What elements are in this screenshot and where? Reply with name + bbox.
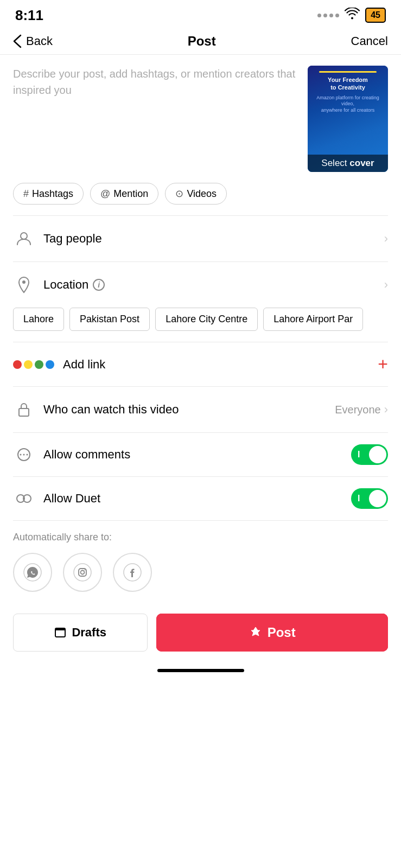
location-label: Location i [43,278,384,292]
add-link-label: Add link [63,358,105,372]
tag-people-row[interactable]: Tag people › [0,216,401,261]
location-chip-lahore-airport[interactable]: Lahore Airport Par [263,308,363,331]
videos-chip[interactable]: ⊙ Videos [165,183,227,205]
plus-icon: + [378,354,388,374]
header-title: Post [188,34,216,49]
description-area: Describe your post, add hashtags, or men… [0,55,401,183]
who-can-watch-row[interactable]: Who can watch this video Everyone › [0,387,401,432]
mention-label: Mention [113,188,148,200]
hashtags-label: Hashtags [32,188,73,200]
back-button[interactable]: Back [13,34,53,48]
location-chip-lahore[interactable]: Lahore [13,308,64,331]
allow-comments-label: Allow comments [43,448,351,462]
location-chip-lahore-city-centre[interactable]: Lahore City Centre [155,308,258,331]
allow-duet-label: Allow Duet [43,492,351,506]
header: Back Post Cancel [0,28,401,55]
svg-point-1 [22,280,26,284]
add-link-row[interactable]: Add link + [0,342,401,386]
facebook-share-button[interactable] [113,553,152,592]
post-button[interactable]: Post [158,615,386,650]
post-button-wrapper: Post [156,614,388,652]
play-icon: ⊙ [175,188,183,200]
status-time: 8:11 [15,7,43,24]
toggle-i-icon: I [358,450,360,459]
svg-point-6 [27,454,28,456]
status-bar: 8:11 45 [0,0,401,28]
svg-point-4 [20,454,22,456]
cover-label[interactable]: Select Select covercover [308,155,388,172]
info-icon: i [93,279,105,291]
videos-label: Videos [187,188,217,200]
svg-point-12 [81,571,85,575]
battery-indicator: 45 [365,8,386,23]
location-icon [13,274,35,296]
toggle-knob-2 [369,490,386,507]
bottom-bar: Drafts Post [0,605,401,660]
share-icons-row [13,553,388,592]
home-bar [157,669,244,672]
post-icon [249,626,262,639]
hashtags-chip[interactable]: # Hashtags [13,183,84,205]
back-label: Back [26,34,53,48]
chevron-right-icon-2: › [384,278,388,292]
allow-comments-toggle[interactable]: I [351,444,388,465]
svg-point-0 [21,233,27,239]
toggle-i-icon-2: I [358,494,360,503]
location-chips: Lahore Pakistan Post Lahore City Centre … [0,308,401,342]
whatsapp-share-button[interactable] [13,553,52,592]
status-icons: 45 [317,8,386,23]
mention-chip[interactable]: @ Mention [90,183,158,205]
chevron-right-icon: › [384,232,388,246]
location-chip-pakistan-post[interactable]: Pakistan Post [69,308,150,331]
allow-duet-toggle[interactable]: I [351,488,388,509]
svg-point-13 [85,570,86,571]
tags-row: # Hashtags @ Mention ⊙ Videos [0,183,401,215]
wifi-icon [345,8,360,23]
svg-point-5 [23,454,25,456]
who-can-watch-label: Who can watch this video [43,403,335,417]
signal-icon [317,14,339,17]
svg-rect-16 [55,628,65,630]
drafts-label: Drafts [72,626,106,640]
svg-rect-2 [19,409,29,416]
post-label: Post [268,625,296,640]
allow-duet-row: Allow Duet I [0,477,401,520]
allow-comments-row: Allow comments I [0,433,401,476]
who-can-watch-value[interactable]: Everyone › [335,403,388,417]
add-link-icon [13,360,54,369]
drafts-button[interactable]: Drafts [13,614,148,652]
home-indicator [0,660,401,678]
privacy-icon [13,399,35,420]
auto-share-label: Automatically share to: [13,532,388,543]
instagram-share-button[interactable] [63,553,102,592]
cover-thumbnail[interactable]: Your Freedomto Creativity Amazon platfor… [308,66,388,172]
tag-people-icon [13,228,35,250]
comments-icon [13,444,35,465]
location-row[interactable]: Location i › [0,262,401,308]
mention-icon: @ [100,188,110,200]
tag-people-label: Tag people [43,232,384,246]
duet-icon [13,488,35,509]
cancel-button[interactable]: Cancel [351,34,388,48]
toggle-knob [369,446,386,463]
drafts-icon [54,627,66,639]
svg-point-10 [74,564,91,581]
description-placeholder[interactable]: Describe your post, add hashtags, or men… [13,66,299,172]
chevron-right-icon-3: › [384,403,388,417]
hashtag-icon: # [23,188,29,200]
auto-share-section: Automatically share to: [0,521,401,601]
